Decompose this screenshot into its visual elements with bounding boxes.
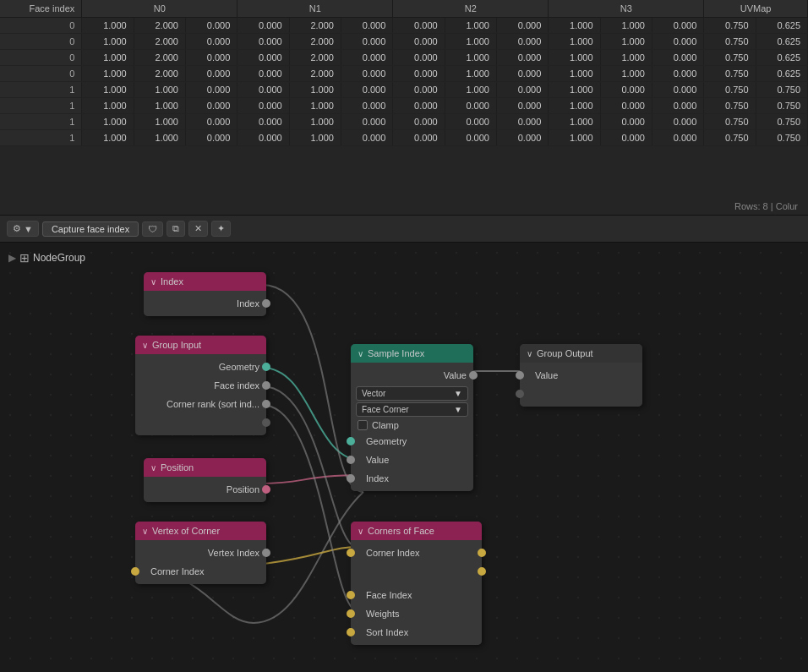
toolbar-close-button[interactable]: ✕: [188, 221, 208, 237]
table-cell: 0.625: [756, 18, 807, 34]
table-cell: 0.000: [341, 34, 392, 50]
cof-corner-index-input-socket: [347, 549, 355, 557]
table-cell: 1.000: [549, 18, 600, 34]
table-cell: 0.000: [600, 82, 652, 98]
sample-index-title: Sample Index: [368, 348, 424, 358]
cof-weights-row: Weights: [351, 604, 482, 623]
table-cell: 1: [0, 114, 82, 130]
table-cell: 1.000: [134, 114, 185, 130]
table-cell: 0.000: [393, 98, 445, 114]
cof-corner-index-label: Corner Index: [358, 548, 475, 558]
corner-index-input-socket: [131, 567, 139, 576]
table-cell: 0: [0, 50, 82, 66]
table-cell: 0.000: [496, 50, 548, 66]
position-output-socket: [262, 485, 270, 494]
table-cell: 0: [0, 34, 82, 50]
group-output-node: ∨ Group Output Value: [520, 344, 642, 407]
table-cell: 0.000: [393, 82, 445, 98]
face-corner-dropdown[interactable]: Face Corner ▼: [356, 402, 468, 417]
table-cell: 1.000: [82, 34, 134, 50]
table-cell: 0.000: [496, 18, 548, 34]
data-table-section: Face index N0 N1 N2 N3 UVMap 01.0002.000…: [0, 0, 808, 216]
toolbar-shield-button[interactable]: 🛡: [142, 221, 163, 237]
sample-geometry-row: Geometry: [351, 432, 473, 451]
group-input-geometry-row: Geometry: [135, 358, 266, 376]
table-cell: 0.000: [496, 34, 548, 50]
toolbar-copy-button[interactable]: ⧉: [167, 221, 185, 237]
sample-index-node: ∨ Sample Index Value Vector ▼ Face Corne…: [351, 344, 473, 491]
table-cell: 1.000: [600, 34, 652, 50]
table-cell: 1.000: [82, 98, 134, 114]
cof-corner-index-output-socket: [478, 549, 486, 557]
table-cell: 0.000: [237, 130, 289, 146]
group-input-title: Group Input: [152, 340, 201, 350]
table-cell: 0.000: [496, 130, 548, 146]
group-output-empty-row: [520, 385, 642, 403]
table-cell: 1.000: [82, 66, 134, 82]
table-cell: 1.000: [82, 50, 134, 66]
table-cell: 0.750: [704, 82, 756, 98]
breadcrumb-arrow: ▶: [8, 252, 16, 264]
table-cell: 0.000: [341, 98, 392, 114]
table-cell: 0.000: [652, 130, 703, 146]
table-cell: 0: [0, 66, 82, 82]
group-output-value-label: Value: [527, 370, 636, 380]
toolbar-title: Capture face index: [42, 221, 139, 237]
table-cell: 0.000: [393, 114, 445, 130]
copy-icon: ⧉: [172, 223, 179, 234]
group-output-body: Value: [520, 363, 642, 407]
face-corner-dropdown-label: Face Corner: [362, 405, 409, 414]
vector-dropdown-arrow: ▼: [454, 389, 462, 398]
clamp-checkbox-row: Clamp: [351, 418, 473, 432]
breadcrumb: ▶ ⊞ NodeGroup: [8, 251, 85, 265]
table-cell: 2.000: [134, 66, 185, 82]
corners-of-face-title: Corners of Face: [368, 526, 434, 536]
table-cell: 2.000: [289, 50, 341, 66]
table-cell: 0.000: [237, 114, 289, 130]
corner-rank-output-socket: [262, 400, 270, 408]
position-output-row: Position: [144, 480, 266, 499]
table-cell: 1.000: [82, 114, 134, 130]
node-editor[interactable]: ▶ ⊞ NodeGroup ∨ Index Index ∨ Group Inpu…: [0, 243, 808, 672]
table-cell: 0.000: [237, 66, 289, 82]
corners-of-face-body: Corner Index Face Index Weights Sort Ind…: [351, 540, 482, 645]
toolbar-menu-button[interactable]: ⚙ ▼: [7, 221, 39, 237]
table-cell: 0.000: [652, 114, 703, 130]
group-input-face-index-row: Face index: [135, 376, 266, 395]
table-cell: 0: [0, 18, 82, 34]
data-table: Face index N0 N1 N2 N3 UVMap 01.0002.000…: [0, 0, 808, 146]
clamp-checkbox[interactable]: [358, 420, 368, 430]
table-cell: 0.000: [393, 34, 445, 50]
group-output-title: Group Output: [537, 348, 593, 358]
toolbar-pin-button[interactable]: ✦: [211, 221, 231, 237]
table-cell: 0.750: [704, 130, 756, 146]
table-cell: 0.750: [704, 50, 756, 66]
group-input-geometry-label: Geometry: [142, 362, 259, 372]
table-cell: 0.000: [393, 18, 445, 34]
table-cell: 1.000: [289, 114, 341, 130]
table-cell: 2.000: [289, 34, 341, 50]
table-cell: 0.750: [756, 98, 807, 114]
table-cell: 0.750: [756, 114, 807, 130]
table-cell: 0.000: [185, 50, 237, 66]
toolbar: ⚙ ▼ Capture face index 🛡 ⧉ ✕ ✦: [0, 216, 808, 243]
table-row: 11.0001.0000.0000.0001.0000.0000.0000.00…: [0, 98, 808, 114]
table-cell: 0.000: [445, 98, 496, 114]
sample-index-value-output-label: Value: [358, 370, 467, 380]
vertex-index-socket: [262, 549, 270, 557]
table-cell: 0.000: [600, 114, 652, 130]
table-cell: 1.000: [445, 66, 496, 82]
vector-dropdown[interactable]: Vector ▼: [356, 386, 468, 401]
table-cell: 0.000: [393, 66, 445, 82]
table-cell: 2.000: [289, 66, 341, 82]
table-cell: 1.000: [445, 18, 496, 34]
table-cell: 0.000: [496, 98, 548, 114]
col-face-index: Face index: [0, 0, 82, 18]
table-cell: 0.000: [237, 82, 289, 98]
corners-of-face-node: ∨ Corners of Face Corner Index Face Inde…: [351, 522, 482, 645]
group-input-empty-row: [135, 413, 266, 432]
table-cell: 0.750: [704, 98, 756, 114]
table-cell: 1.000: [549, 130, 600, 146]
cof-weights-label: Weights: [358, 609, 475, 619]
index-node-title: Index: [161, 276, 183, 287]
